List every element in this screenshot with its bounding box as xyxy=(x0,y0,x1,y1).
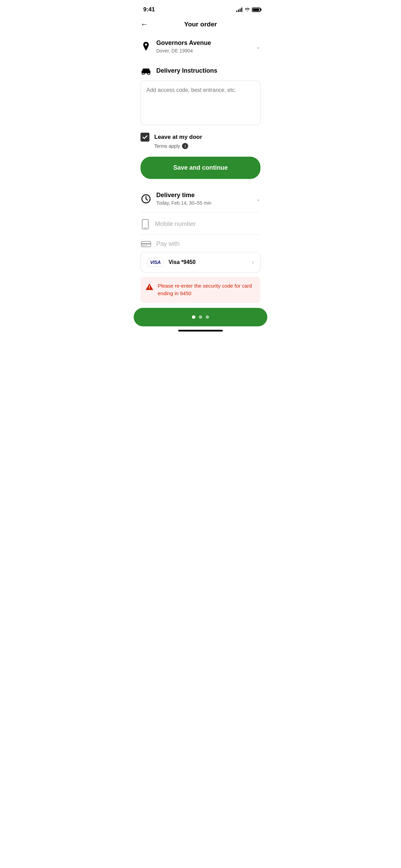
home-bar xyxy=(178,330,223,331)
address-street: Governors Avenue xyxy=(156,39,211,47)
leave-at-door-label: Leave at my door xyxy=(154,134,202,141)
address-city: Dover, DE 19904 xyxy=(156,48,211,55)
svg-point-1 xyxy=(142,73,144,75)
mobile-number-row[interactable]: Mobile number xyxy=(141,214,260,235)
content: Governors Avenue Dover, DE 19904 ⌄ Deliv… xyxy=(134,34,267,303)
terms-row: Terms apply i xyxy=(141,143,260,155)
address-left: Governors Avenue Dover, DE 19904 xyxy=(141,39,211,55)
pay-with-row: Pay with xyxy=(141,235,260,252)
signal-icon xyxy=(236,7,242,12)
header: ← Your order xyxy=(134,17,267,34)
delivery-time-row[interactable]: Delivery time Today, Feb 14, 30–55 min ⌄ xyxy=(141,186,260,213)
mobile-icon xyxy=(141,219,150,229)
delivery-instructions-label: Delivery Instructions xyxy=(156,67,217,75)
visa-chevron-icon: › xyxy=(252,258,254,266)
delivery-time-label: Delivery time xyxy=(156,191,211,199)
page-title: Your order xyxy=(184,21,217,28)
wifi-icon xyxy=(244,8,250,12)
clock-icon xyxy=(141,193,151,204)
leave-at-door-checkbox[interactable] xyxy=(141,133,149,142)
mobile-number-label: Mobile number xyxy=(155,220,196,228)
error-message: Please re-enter the security code for ca… xyxy=(158,282,256,298)
status-time: 9:41 xyxy=(143,6,155,13)
address-chevron-icon: ⌄ xyxy=(256,44,260,50)
progress-dot-1 xyxy=(192,315,195,319)
svg-point-10 xyxy=(149,288,150,289)
visa-logo: VISA xyxy=(147,258,164,267)
progress-dot-3 xyxy=(206,315,209,319)
credit-card-icon xyxy=(141,240,151,248)
svg-point-2 xyxy=(148,73,150,75)
svg-rect-9 xyxy=(146,245,147,246)
error-banner: Please re-enter the security code for ca… xyxy=(141,277,260,303)
delivery-time-left: Delivery time Today, Feb 14, 30–55 min xyxy=(141,191,211,207)
address-row[interactable]: Governors Avenue Dover, DE 19904 ⌄ xyxy=(141,34,260,60)
status-icons xyxy=(236,7,260,12)
save-continue-button[interactable]: Save and continue xyxy=(141,157,260,179)
location-icon xyxy=(141,41,151,52)
pay-with-label: Pay with xyxy=(156,240,180,248)
delivery-instructions-section: Delivery Instructions xyxy=(141,60,260,81)
car-icon xyxy=(141,65,151,76)
terms-text: Terms apply xyxy=(154,143,180,149)
bottom-progress-button[interactable] xyxy=(134,308,267,326)
leave-at-door-row[interactable]: Leave at my door xyxy=(141,126,260,143)
terms-info-icon[interactable]: i xyxy=(182,143,188,149)
battery-icon xyxy=(252,8,260,12)
svg-rect-8 xyxy=(142,245,145,246)
visa-card-number: Visa *9450 xyxy=(169,259,196,265)
svg-rect-4 xyxy=(142,219,148,229)
delivery-time-chevron-icon: ⌄ xyxy=(256,196,260,202)
svg-rect-7 xyxy=(141,243,151,244)
home-indicator xyxy=(134,326,267,334)
warning-icon xyxy=(145,283,154,291)
progress-dot-2 xyxy=(199,315,202,319)
status-bar: 9:41 xyxy=(134,0,267,17)
visa-card-row[interactable]: VISA Visa *9450 › xyxy=(141,252,260,273)
delivery-time-value: Today, Feb 14, 30–55 min xyxy=(156,200,211,207)
back-button[interactable]: ← xyxy=(141,20,148,29)
delivery-instructions-input[interactable] xyxy=(141,81,260,125)
